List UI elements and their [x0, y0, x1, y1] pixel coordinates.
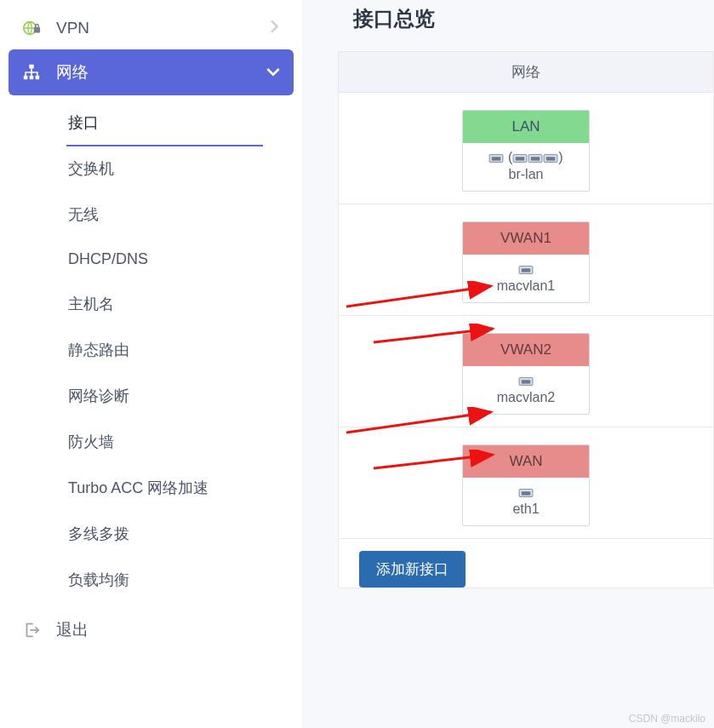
column-header-network: 网络 — [339, 52, 713, 93]
chevron-down-icon — [266, 63, 280, 82]
interface-row: LAN () br-lan — [339, 93, 713, 204]
ethernet-icon — [512, 152, 528, 164]
main-content: 接口总览 网络 LAN () br-lan — [302, 0, 714, 728]
svg-rect-2 — [29, 65, 34, 69]
ethernet-icon — [518, 375, 534, 387]
svg-rect-17 — [522, 380, 531, 383]
interface-device: eth1 — [463, 478, 589, 525]
submenu-item-static-routes[interactable]: 静态路由 — [66, 328, 294, 374]
interface-name: LAN — [463, 111, 589, 143]
interface-name: WAN — [463, 445, 589, 478]
interface-device: macvlan1 — [463, 255, 589, 302]
svg-rect-15 — [522, 268, 531, 272]
submenu-item-hostnames[interactable]: 主机名 — [66, 282, 294, 328]
svg-rect-7 — [492, 157, 501, 160]
bridge-icon-group: () — [466, 150, 585, 165]
submenu-item-dhcp-dns[interactable]: DHCP/DNS — [66, 238, 294, 282]
sidebar-item-vpn[interactable]: VPN — [9, 7, 294, 49]
sidebar-item-logout[interactable]: 退出 — [9, 607, 294, 653]
svg-rect-13 — [546, 157, 556, 160]
sidebar-item-label: 网络 — [56, 61, 251, 83]
interface-row: WAN eth1 — [339, 427, 713, 539]
interface-name: VWAN1 — [463, 222, 589, 255]
ethernet-icon — [488, 152, 504, 164]
svg-rect-9 — [516, 157, 525, 160]
submenu-item-interfaces[interactable]: 接口 — [66, 100, 263, 146]
svg-rect-19 — [522, 491, 531, 495]
interface-box-vwan2[interactable]: VWAN2 macvlan2 — [462, 333, 590, 415]
sidebar-item-label: VPN — [56, 19, 254, 37]
interface-device: () br-lan — [463, 143, 589, 191]
svg-rect-11 — [531, 157, 540, 160]
svg-rect-3 — [24, 76, 28, 80]
svg-rect-1 — [34, 27, 40, 32]
submenu-item-switch[interactable]: 交换机 — [66, 146, 294, 192]
submenu-item-diagnostics[interactable]: 网络诊断 — [66, 374, 294, 420]
interface-row: VWAN2 macvlan2 — [339, 316, 713, 427]
submenu-item-turbo-acc[interactable]: Turbo ACC 网络加速 — [66, 466, 294, 512]
interface-box-vwan1[interactable]: VWAN1 macvlan1 — [462, 221, 590, 303]
interface-box-lan[interactable]: LAN () br-lan — [462, 110, 590, 192]
submenu-item-firewall[interactable]: 防火墙 — [66, 420, 294, 466]
ethernet-icon — [543, 152, 558, 164]
ethernet-icon — [518, 264, 534, 276]
sidebar-item-label: 退出 — [56, 619, 280, 641]
submenu-item-load-balance[interactable]: 负载均衡 — [66, 558, 294, 604]
watermark: CSDN @mackilo — [629, 713, 705, 725]
interface-device: macvlan2 — [463, 366, 589, 414]
logout-icon — [22, 621, 41, 639]
interface-name: VWAN2 — [463, 334, 589, 366]
add-interface-button[interactable]: 添加新接口 — [359, 551, 466, 588]
submenu-item-mwan[interactable]: 多线多拨 — [66, 512, 294, 558]
interface-row: VWAN1 macvlan1 — [339, 204, 713, 316]
svg-rect-4 — [30, 76, 34, 80]
interface-box-wan[interactable]: WAN eth1 — [462, 444, 590, 526]
network-icon — [22, 63, 41, 82]
submenu-item-wireless[interactable]: 无线 — [66, 192, 294, 238]
interfaces-panel: 网络 LAN () br-lan — [338, 51, 714, 588]
ethernet-icon — [518, 487, 534, 499]
svg-rect-5 — [36, 76, 40, 80]
globe-lock-icon — [22, 19, 41, 37]
ethernet-icon — [528, 152, 543, 164]
page-title: 接口总览 — [353, 5, 714, 32]
sidebar-submenu-network: 接口 交换机 无线 DHCP/DNS 主机名 静态路由 网络诊断 防火墙 Tur… — [9, 95, 294, 604]
sidebar-item-network[interactable]: 网络 — [9, 49, 294, 95]
chevron-right-icon — [270, 19, 280, 37]
sidebar: VPN 网络 接口 交换机 无线 — [0, 0, 302, 728]
